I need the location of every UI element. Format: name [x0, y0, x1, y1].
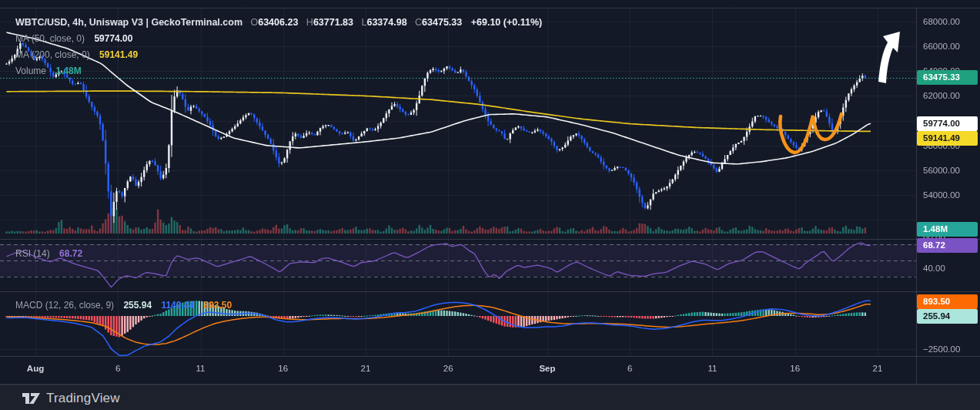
macd-signal-value: 893.50 [204, 300, 232, 311]
last-price-badge: 63475.33 [917, 70, 978, 85]
price-axis-label: 68000.00 [923, 17, 960, 26]
ma50-badge: 59774.00 [917, 116, 978, 131]
macd-line-value: 1149.44 [161, 300, 194, 311]
time-axis-label: Aug [27, 364, 44, 373]
high-key: H [306, 17, 313, 28]
rsi-axis-label: 40.00 [923, 264, 945, 273]
macd-hist-value: 255.94 [123, 300, 152, 311]
attribution-bar: TradingView [0, 385, 980, 410]
price-axis[interactable]: 68000.0066000.0064000.0062000.0058000.00… [917, 8, 980, 384]
change-value: +69.10 (+0.11%) [471, 17, 542, 28]
ma200-badge: 59141.49 [917, 131, 978, 146]
close-value: 63475.33 [422, 17, 462, 28]
time-axis-label: 6 [115, 364, 120, 373]
price-axis-label: 54000.00 [923, 190, 960, 200]
time-axis-label: 11 [196, 364, 206, 373]
tradingview-label: TradingView [46, 391, 120, 406]
symbol-status-line[interactable]: WBTC/USD, 4h, Uniswap V3 | GeckoTerminal… [15, 17, 542, 28]
tradingview-logo-icon [22, 391, 41, 406]
macd-status-line[interactable]: MACD (12, 26, close, 9) 255.94 1149.44 8… [15, 300, 232, 311]
rsi-value: 68.72 [59, 248, 82, 259]
time-axis-label: 21 [873, 364, 883, 373]
indicator-ma50[interactable]: MA (50, close, 0) 59774.00 [15, 33, 132, 44]
ma50-value: 59774.00 [94, 33, 132, 44]
chart-root: WBTC/USD, 4h, Uniswap V3 | GeckoTerminal… [0, 0, 980, 410]
time-axis-label: 26 [443, 364, 453, 373]
macd-hist-badge: 255.94 [917, 309, 978, 324]
high-value: 63771.83 [313, 17, 353, 28]
time-axis-label: 21 [361, 364, 371, 373]
volume-badge: 1.48M [917, 222, 978, 237]
ma200-value: 59141.49 [99, 49, 138, 60]
time-axis-label: Sep [539, 364, 555, 373]
tradingview-link[interactable]: TradingView [22, 391, 120, 406]
time-axis-label: 16 [790, 364, 800, 373]
indicator-ma200[interactable]: MA (200, close, 0) 59141.49 [15, 49, 138, 60]
time-axis-label: 11 [707, 364, 717, 373]
price-axis-label: 66000.00 [923, 42, 960, 51]
low-value: 63374.98 [366, 17, 406, 28]
macd-signal-badge: 893.50 [917, 294, 978, 309]
open-value: 63406.23 [258, 17, 298, 28]
price-axis-label: 56000.00 [923, 166, 960, 175]
time-axis[interactable]: Aug611162126Sep6111621 [0, 357, 916, 384]
rsi-badge: 68.72 [917, 238, 978, 253]
indicator-volume[interactable]: Volume 1.48M [15, 66, 82, 76]
close-key: C [415, 17, 422, 28]
symbol-title[interactable]: WBTC/USD, 4h, Uniswap V3 | GeckoTerminal… [15, 17, 242, 28]
chart-canvas[interactable] [0, 0, 980, 410]
time-axis-label: 16 [278, 364, 288, 373]
open-key: O [250, 17, 258, 28]
rsi-status-line[interactable]: RSI (14) 68.72 [15, 248, 82, 259]
macd-axis-label: −2500.00 [923, 344, 960, 354]
volume-value: 1.48M [55, 66, 81, 76]
price-axis-label: 62000.00 [923, 91, 960, 100]
time-axis-label: 6 [627, 364, 632, 373]
